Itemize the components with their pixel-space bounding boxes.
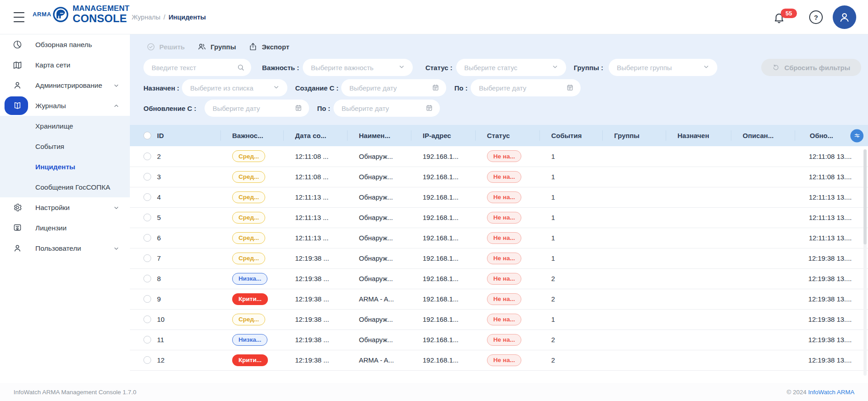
status-badge: Не на... — [487, 314, 521, 325]
status-select[interactable]: Выберите статус — [456, 59, 566, 76]
chevron-down-icon — [113, 82, 119, 89]
calendar-icon — [295, 104, 303, 112]
created-to-date[interactable]: Выберите дату — [471, 79, 581, 96]
column-status[interactable]: Статус — [475, 125, 539, 146]
column-updated[interactable]: Обно... — [810, 132, 833, 139]
column-events[interactable]: События — [539, 125, 602, 146]
cell-groups — [602, 268, 666, 289]
row-checkbox[interactable] — [143, 234, 151, 242]
people-icon — [197, 42, 206, 51]
table-row[interactable]: 9 Крити... 12:19:38 ... ARMA - A... 192.… — [130, 289, 868, 309]
severity-badge: Сред... — [232, 212, 265, 224]
row-checkbox[interactable] — [143, 153, 151, 160]
row-checkbox[interactable] — [143, 295, 151, 303]
cell-ip: 192.168.1... — [411, 329, 475, 350]
cell-updated: 12:11:13 13.... — [795, 207, 868, 228]
select-all-checkbox[interactable] — [143, 132, 151, 139]
severity-select[interactable]: Выберите важность — [303, 59, 413, 76]
sidebar-item-licenses[interactable]: Лицензии — [0, 218, 130, 238]
column-ip[interactable]: IP-адрес — [411, 125, 475, 146]
notifications-button[interactable]: 55 — [773, 8, 799, 27]
cell-groups — [602, 167, 666, 187]
logo-wordmark: MANAGEMENT CONSOLE — [72, 5, 129, 24]
vertical-scrollbar[interactable] — [863, 149, 867, 376]
sidebar-item-users[interactable]: Пользователи — [0, 238, 130, 258]
cell-created: 12:19:38 ... — [283, 309, 347, 329]
row-checkbox[interactable] — [143, 275, 151, 282]
infowatch-link[interactable]: InfoWatch ARMA — [808, 389, 854, 396]
column-severity[interactable]: Важнос... — [220, 125, 283, 146]
table-row[interactable]: 8 Низка... 12:19:38 ... Обнаруж... 192.1… — [130, 268, 868, 289]
column-name[interactable]: Наимен... — [347, 125, 411, 146]
updated-to-date[interactable]: Выберите дату — [334, 100, 440, 117]
sidebar-item-settings[interactable]: Настройки — [0, 197, 130, 218]
cell-ip: 192.168.1... — [411, 187, 475, 207]
help-button[interactable]: ? — [809, 10, 823, 24]
sidebar-item-storage[interactable]: Хранилище — [0, 116, 130, 136]
row-checkbox[interactable] — [143, 214, 151, 221]
row-checkbox[interactable] — [143, 315, 151, 323]
cell-id: 6 — [157, 234, 161, 242]
cell-updated: 12:19:38 13.... — [795, 350, 868, 370]
app-logo: ARMA MANAGEMENT CONSOLE — [33, 5, 129, 24]
hamburger-menu-icon[interactable] — [14, 12, 24, 22]
resolve-button[interactable]: Решить — [147, 43, 185, 51]
breadcrumb-separator: / — [163, 14, 165, 21]
cell-id: 12 — [157, 356, 165, 364]
row-checkbox[interactable] — [143, 193, 151, 201]
row-checkbox[interactable] — [143, 356, 151, 364]
status-badge: Не на... — [487, 150, 521, 162]
table-row[interactable]: 4 Сред... 12:11:13 ... Обнаруж... 192.16… — [130, 187, 868, 207]
column-groups[interactable]: Группы — [602, 125, 666, 146]
table-row[interactable]: 11 Низка... 12:19:38 ... Обнаруж... 192.… — [130, 329, 868, 350]
sidebar-item-administration[interactable]: Администрирование — [0, 75, 130, 95]
table-row[interactable]: 10 Сред... 12:19:38 ... Обнаруж... 192.1… — [130, 309, 868, 329]
cell-events: 2 — [539, 268, 602, 289]
cell-updated: 12:19:38 13.... — [795, 309, 868, 329]
sidebar-item-events[interactable]: События — [0, 136, 130, 157]
sidebar-item-incidents[interactable]: Инциденты — [0, 157, 130, 177]
table-row[interactable]: 2 Сред... 12:11:08 ... Обнаруж... 192.16… — [130, 146, 868, 167]
sidebar-item-network-map[interactable]: Карта сети — [0, 55, 130, 75]
breadcrumb-parent[interactable]: Журналы — [132, 14, 160, 21]
check-circle-icon — [147, 43, 155, 51]
created-from-date[interactable]: Выберите дату — [341, 79, 446, 96]
created-to-label: По : — [454, 84, 467, 92]
row-checkbox[interactable] — [143, 336, 151, 344]
assignee-select[interactable]: Выберите из списка — [182, 79, 287, 96]
column-assignee[interactable]: Назначен — [666, 125, 731, 146]
cell-ip: 192.168.1... — [411, 309, 475, 329]
search-text-field[interactable] — [143, 59, 251, 76]
cell-created: 12:19:38 ... — [283, 268, 347, 289]
column-settings-button[interactable] — [850, 129, 863, 142]
row-checkbox[interactable] — [143, 254, 151, 262]
table-row[interactable]: 3 Сред... 12:11:08 ... Обнаруж... 192.16… — [130, 167, 868, 187]
sidebar-item-gossopka[interactable]: Сообщения ГосСОПКА — [0, 177, 130, 197]
cell-assignee — [666, 187, 731, 207]
sidebar-item-journals[interactable]: Журналы — [0, 95, 130, 116]
column-id[interactable]: ID — [157, 132, 164, 139]
table-row[interactable]: 7 Сред... 12:19:38 ... Обнаруж... 192.16… — [130, 248, 868, 268]
reset-filters-button[interactable]: Сбросить фильтры — [761, 59, 861, 76]
updated-from-date[interactable]: Выберите дату — [205, 100, 309, 117]
journals-submenu: Хранилище События Инциденты Сообщения Го… — [0, 116, 130, 197]
table-row[interactable]: 6 Сред... 12:11:13 ... Обнаруж... 192.16… — [130, 228, 868, 248]
sidebar-item-overview[interactable]: Обзорная панель — [0, 34, 130, 55]
cell-name: Обнаруж... — [347, 268, 411, 289]
status-badge: Не на... — [487, 334, 521, 346]
user-avatar[interactable] — [833, 5, 856, 29]
cell-name: Обнаруж... — [347, 228, 411, 248]
table-row[interactable]: 5 Сред... 12:11:13 ... Обнаруж... 192.16… — [130, 207, 868, 228]
cell-updated: 12:11:13 13.... — [795, 228, 868, 248]
column-description[interactable]: Описан... — [731, 125, 795, 146]
column-created[interactable]: Дата со... — [283, 125, 347, 146]
scrollbar-thumb[interactable] — [863, 149, 867, 244]
row-checkbox[interactable] — [143, 173, 151, 181]
export-button[interactable]: Экспорт — [248, 42, 289, 51]
table-row[interactable]: 12 Крити... 12:19:38 ... ARMA - A... 192… — [130, 350, 868, 370]
groups-button[interactable]: Группы — [197, 42, 236, 51]
search-input[interactable] — [143, 59, 251, 76]
cell-created: 12:11:13 ... — [283, 228, 347, 248]
status-badge: Не на... — [487, 191, 521, 203]
groups-select[interactable]: Выберите группы — [609, 59, 717, 76]
